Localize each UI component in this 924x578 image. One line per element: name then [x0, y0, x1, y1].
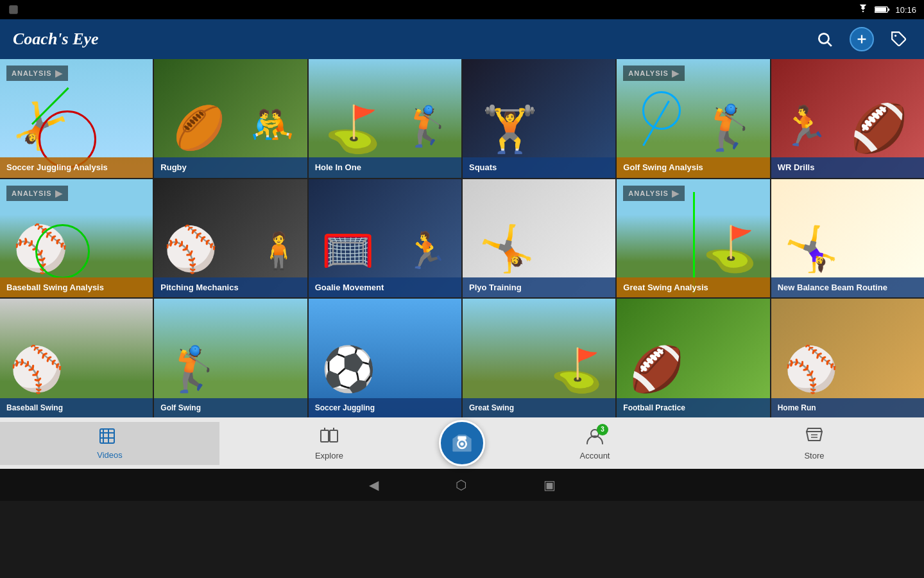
status-bar: 10:16: [0, 0, 924, 19]
explore-icon: [320, 426, 339, 446]
tag-icon: [891, 31, 907, 48]
grid-cell-golf-swing-analysis[interactable]: 🏌️ ANALYSIS ▶ Golf Swing Analysis: [617, 59, 769, 178]
nav-item-videos[interactable]: Videos: [0, 422, 219, 465]
cell-label-squats: Squats: [463, 157, 615, 178]
top-bar-actions: [812, 27, 911, 51]
nav-label-account: Account: [580, 451, 610, 460]
search-button[interactable]: [812, 27, 837, 51]
cell-label-new-balance-beam: New Balance Beam Routine: [771, 277, 924, 298]
grid-cell-rugby[interactable]: 🏉 🤼 Rugby: [154, 59, 307, 178]
system-nav-bar: ◀ ⬡ ▣: [0, 469, 924, 501]
status-bar-left: [8, 4, 19, 15]
svg-rect-15: [330, 430, 338, 442]
cell-label-football-practice: Football Practice: [617, 398, 769, 417]
grid-cell-golf-swing2[interactable]: 🏌️ Golf Swing: [154, 299, 307, 417]
grid-cell-hole-in-one[interactable]: ⛳ 🏌️ Hole In One: [309, 59, 461, 178]
svg-rect-20: [458, 436, 466, 439]
video-grid: 🤸 ANALYSIS ▶ Soccer Juggling Analysis 🏉 …: [0, 59, 924, 417]
nav-label-videos: Videos: [97, 450, 123, 460]
battery-icon: [875, 5, 890, 14]
grid-cell-great-swing-analysis[interactable]: ⛳ ANALYSIS ▶ Great Swing Analysis: [617, 179, 769, 298]
app-title: Coach's Eye: [13, 30, 99, 49]
grid-cell-baseball-swing2[interactable]: ⚾ Baseball Swing: [0, 299, 153, 417]
cell-label-home-run: Home Run: [771, 398, 924, 417]
grid-cell-home-run[interactable]: ⚾ Home Run: [771, 299, 924, 417]
nav-icon-wrap-explore: [320, 426, 339, 448]
plus-icon: [855, 32, 869, 46]
store-icon: [805, 426, 824, 446]
circle-annotation-green: [35, 224, 90, 279]
grid-cell-squats[interactable]: 🏋️ Squats: [463, 59, 615, 178]
svg-point-19: [460, 442, 463, 446]
grid-cell-wr-drills[interactable]: 🏈 🏃 WR Drills: [771, 59, 924, 178]
grid-cell-new-balance-beam[interactable]: 🤸‍♀️ New Balance Beam Routine: [771, 179, 924, 298]
search-icon: [816, 31, 833, 48]
nav-icon-wrap-videos: [99, 427, 120, 448]
nav-item-explore[interactable]: Explore: [219, 421, 439, 466]
camera-icon: [452, 433, 472, 453]
grid-cell-goalie-movement[interactable]: 🥅 🏃 Goalie Movement: [309, 179, 461, 298]
nav-icon-wrap-store: [805, 426, 824, 448]
grid-cell-baseball-swing-analysis[interactable]: ⚾ ANALYSIS ▶ Baseball Swing Analysis: [0, 179, 153, 298]
nav-label-store: Store: [804, 451, 824, 460]
back-button[interactable]: ◀: [369, 477, 379, 493]
cell-label-wr-drills: WR Drills: [771, 157, 924, 178]
cell-label-baseball-swing2: Baseball Swing: [0, 398, 153, 417]
analysis-badge-baseball: ANALYSIS ▶: [6, 186, 68, 201]
cell-label-goalie-movement: Goalie Movement: [309, 277, 461, 298]
svg-point-4: [819, 33, 828, 43]
nav-item-store[interactable]: Store: [705, 421, 924, 466]
grid-cell-football-practice[interactable]: 🏈 Football Practice: [617, 299, 769, 417]
cell-label-plyo-training: Plyo Training: [463, 277, 615, 298]
cell-label-soccer-juggling2: Soccer Juggling: [309, 398, 461, 417]
tag-button[interactable]: [887, 27, 911, 51]
grid-cell-plyo-training[interactable]: 🤸 Plyo Training: [463, 179, 615, 298]
grid-cell-soccer-juggling[interactable]: 🤸 ANALYSIS ▶ Soccer Juggling Analysis: [0, 59, 153, 178]
app-icon: [8, 4, 19, 15]
home-button[interactable]: ⬡: [456, 477, 466, 493]
cell-label-great-swing-analysis: Great Swing Analysis: [617, 277, 769, 298]
camera-button[interactable]: [439, 420, 485, 466]
analysis-badge-golf: ANALYSIS ▶: [623, 66, 685, 81]
analysis-badge-soccer: ANALYSIS ▶: [6, 66, 68, 81]
time-display: 10:16: [895, 5, 916, 15]
wifi-icon: [857, 4, 869, 15]
svg-rect-14: [321, 430, 329, 442]
svg-rect-9: [100, 429, 114, 443]
add-button[interactable]: [850, 27, 874, 51]
grid-cell-pitching-mechanics[interactable]: ⚾ 🧍 Pitching Mechanics: [154, 179, 307, 298]
nav-label-explore: Explore: [315, 451, 343, 460]
cell-label-great-swing2: Great Swing: [463, 398, 615, 417]
bottom-nav: Videos Explore 3: [0, 417, 924, 469]
top-bar: Coach's Eye: [0, 19, 924, 59]
cell-label-pitching-mechanics: Pitching Mechanics: [154, 277, 307, 298]
cell-label-hole-in-one: Hole In One: [309, 157, 461, 178]
status-bar-right: 10:16: [857, 4, 916, 15]
recent-apps-button[interactable]: ▣: [543, 477, 556, 493]
account-notification-badge: 3: [597, 424, 608, 435]
cell-label-baseball-swing-analysis: Baseball Swing Analysis: [0, 277, 153, 298]
svg-rect-2: [875, 8, 886, 12]
cell-label-golf-swing2: Golf Swing: [154, 398, 307, 417]
svg-rect-3: [888, 8, 890, 10]
grid-cell-soccer-juggling2[interactable]: ⚽ Soccer Juggling: [309, 299, 461, 417]
videos-icon: [99, 427, 120, 445]
analysis-badge-great-swing: ANALYSIS ▶: [623, 186, 685, 201]
cell-label-soccer-juggling: Soccer Juggling Analysis: [0, 157, 153, 178]
cell-label-rugby: Rugby: [154, 157, 307, 178]
svg-rect-0: [9, 5, 18, 14]
nav-item-account[interactable]: 3 Account: [485, 421, 705, 466]
grid-cell-great-swing2[interactable]: ⛳ Great Swing: [463, 299, 615, 417]
svg-line-5: [828, 42, 832, 46]
cell-label-golf-swing-analysis: Golf Swing Analysis: [617, 157, 769, 178]
nav-icon-wrap-account: 3: [585, 426, 604, 448]
